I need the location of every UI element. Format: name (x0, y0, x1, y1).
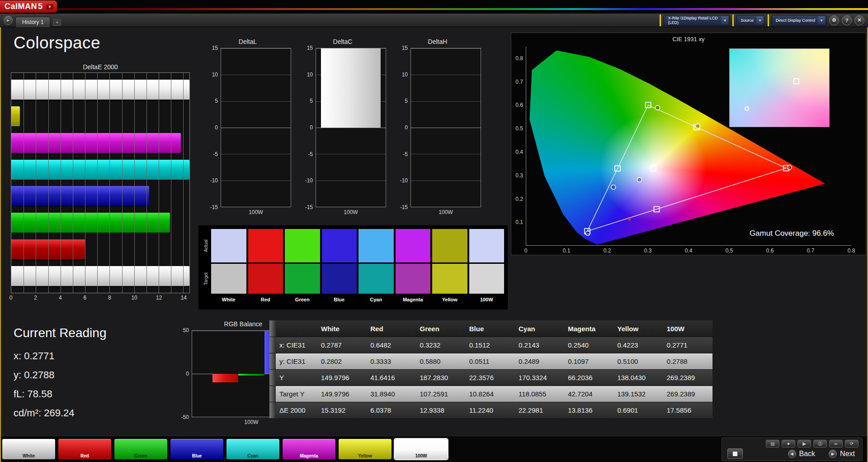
swatch-actual-yellow (432, 229, 467, 262)
yellow-separator (660, 14, 661, 26)
axis-tick-label: 14 (181, 295, 187, 301)
table-left-strip (269, 320, 276, 337)
back-button[interactable]: ◀ Back (784, 449, 819, 459)
deltal-y-axis: 151050-5-10-15 (204, 48, 221, 207)
pattern-button-red[interactable]: Red (58, 438, 112, 460)
value-bar-green (238, 374, 264, 376)
axis-tick-label: 0.6 (766, 248, 774, 254)
current-reading-title: Current Reading (14, 326, 106, 340)
pattern-button-green[interactable]: Green (114, 438, 168, 460)
axis-tick-label: 0.5 (726, 248, 733, 254)
pattern-button-cyan[interactable]: Cyan (226, 438, 280, 460)
swatch-label: Red (248, 295, 283, 304)
pattern-bar: WhiteRedGreenBlueCyanMagentaYellow100W ▤… (0, 436, 868, 462)
pattern-button-label: Red (58, 453, 111, 458)
table-row: Y149.979641.6416187.283022.3576170.33246… (269, 369, 712, 386)
record-button[interactable]: ⏺ (782, 440, 795, 448)
reading-fl: fL: 78.58 (14, 385, 106, 404)
table-cell: 107.2591 (416, 386, 466, 402)
display-control-dropdown[interactable]: Direct Display Control ▾ (772, 15, 826, 26)
axis-tick-label: -10 (210, 177, 218, 184)
settings-button[interactable]: ⚙ (829, 15, 839, 25)
gridline (146, 73, 147, 293)
pattern-button-magenta[interactable]: Magenta (282, 438, 336, 460)
play-button[interactable]: ▶ (797, 440, 811, 448)
table-column-header: Red (367, 320, 416, 337)
gridline (316, 207, 386, 207)
top-bar: CalMAN 5 ▼ (0, 0, 868, 14)
logo-menu-caret-icon[interactable]: ▼ (46, 4, 54, 10)
table-cell: 0.6482 (367, 337, 416, 353)
swatch-target-green (285, 264, 320, 294)
history-add-button[interactable]: + (53, 19, 61, 26)
target-row-label: Target (203, 264, 209, 294)
swatch-label: 100W (469, 295, 505, 304)
axis-tick-label: 10 (212, 71, 218, 78)
app-logo[interactable]: CalMAN 5 ▼ (0, 0, 57, 13)
axis-tick-label: -15 (305, 204, 313, 210)
cie-y-axis: 0.10.20.30.40.50.60.70.8 (512, 47, 524, 246)
swatch-target-yellow (432, 264, 467, 294)
stop-button[interactable] (727, 448, 743, 459)
swatch-actual-blue (322, 229, 357, 262)
deltac-x-label: 100W (316, 207, 386, 215)
table-column-header: 100W (663, 320, 712, 337)
refresh-button[interactable]: ⟳ (845, 440, 859, 448)
swatch-column-cyan: Cyan (359, 229, 394, 308)
gridline (24, 73, 24, 293)
inset-target-square-marker (793, 78, 799, 84)
source-dropdown[interactable]: Source ▾ (736, 15, 765, 26)
table-row-label: x: CIE31 (276, 337, 317, 353)
deltae-bar-blue (11, 186, 149, 206)
pattern-button-white[interactable]: White (2, 438, 56, 460)
gamut-coverage-label: Gamut Coverage: 96.6% (750, 229, 834, 238)
swatch-actual-green (285, 229, 320, 262)
pattern-button-yellow[interactable]: Yellow (338, 438, 392, 460)
gridline (221, 181, 291, 181)
continuous-button[interactable]: ∞ (829, 440, 843, 448)
profile-button[interactable]: Ⓐ (813, 440, 827, 448)
gridline (122, 73, 123, 293)
pattern-button-blue[interactable]: Blue (170, 438, 224, 460)
swatch-label: Yellow (432, 295, 467, 304)
gridline (171, 73, 171, 293)
pattern-button-100w[interactable]: 100W (394, 438, 448, 460)
display-button[interactable]: ▤ (766, 440, 779, 448)
table-cell: 0.2787 (317, 337, 367, 353)
tab-history[interactable]: History 1 (15, 17, 50, 27)
axis-tick-label: 10 (131, 295, 137, 301)
gridline (159, 73, 159, 293)
value-bar (321, 48, 381, 128)
swatch-target-100w (469, 264, 505, 294)
help-button[interactable]: ? (842, 15, 852, 25)
deltae-bar-yellow (11, 106, 20, 126)
deltae-bar-magenta (11, 133, 181, 153)
swatch-column-red: Red (248, 229, 283, 308)
pattern-button-label: Blue (170, 453, 223, 458)
table-cell: 0.1097 (564, 353, 613, 369)
swatch-column-green: Green (285, 229, 320, 308)
axis-tick-label: 15 (212, 45, 218, 51)
table-cell: 0.4223 (614, 337, 663, 353)
back-icon: ◀ (788, 450, 796, 458)
axis-tick-label: 5 (405, 98, 408, 104)
table-cell: 13.8136 (564, 402, 613, 418)
gridline (411, 154, 481, 154)
table-cell: 269.2389 (663, 386, 712, 402)
gridline (221, 207, 291, 207)
swatch-column-white: White (211, 229, 246, 308)
inset-measured-circle-marker (745, 106, 749, 111)
close-button[interactable]: ✕ (854, 15, 864, 25)
history-expand-button[interactable]: ▸ (4, 16, 13, 25)
table-row-label: ΔE 2000 (276, 402, 317, 418)
table-column-header: White (317, 320, 367, 337)
cie-chart-title: CIE 1931 xy (526, 36, 851, 43)
swatch-actual-cyan (359, 229, 394, 262)
table-row-label: Target Y (276, 386, 317, 402)
table-cell: 31.8940 (367, 386, 416, 402)
next-button[interactable]: ▶ Next (825, 449, 859, 459)
axis-tick-label: 0.2 (515, 196, 523, 202)
logo-version: 5 (38, 2, 43, 11)
meter-dropdown[interactable]: X-Rite i1Display Retail LCD (LED) ▾ (664, 15, 730, 26)
logo-text: CalMAN (5, 2, 37, 11)
